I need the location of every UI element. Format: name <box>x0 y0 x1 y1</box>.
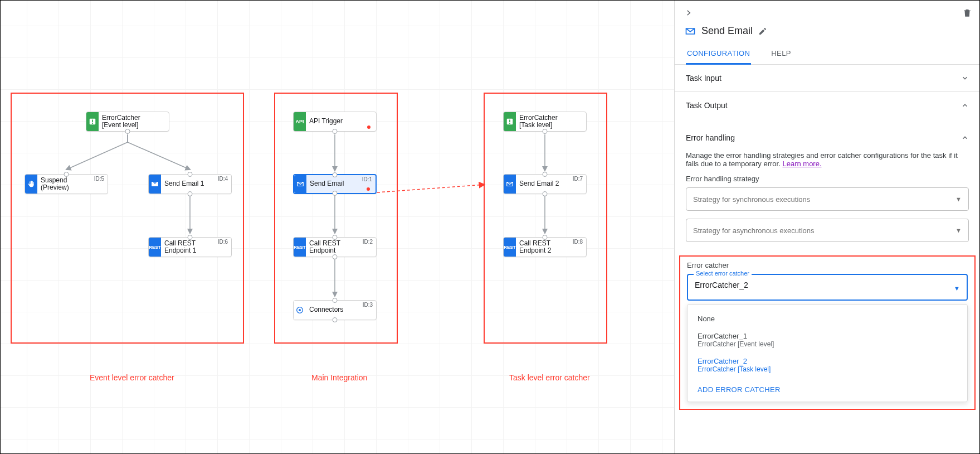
port-top[interactable] <box>543 172 548 177</box>
port-bottom[interactable] <box>543 191 548 196</box>
section-task-output[interactable]: Task Output <box>675 92 980 119</box>
node-connectors[interactable]: Connectors ID:3 <box>293 300 377 320</box>
dropdown-arrow-icon: ▼ <box>955 227 962 234</box>
dropdown-arrow-icon: ▼ <box>954 285 960 292</box>
learn-more-link[interactable]: Learn more. <box>782 160 821 168</box>
port-top[interactable] <box>64 172 69 177</box>
dropdown-option-2[interactable]: ErrorCatcher_2 <box>688 352 967 365</box>
section-task-input[interactable]: Task Input <box>675 65 980 92</box>
section-title: Error handling <box>686 133 735 142</box>
task-details-panel: Send Email CONFIGURATION HELP Task Input… <box>674 1 980 454</box>
port-top[interactable] <box>188 235 193 240</box>
mail-icon <box>149 175 161 194</box>
node-errorcatcher-event[interactable]: ErrorCatcher[Event level] <box>86 112 169 132</box>
section-title: Task Output <box>686 101 728 110</box>
node-id: ID:6 <box>218 239 228 245</box>
port-top[interactable] <box>333 172 338 177</box>
node-id: ID:2 <box>363 239 373 245</box>
select-placeholder: Strategy for synchronous executions <box>693 195 810 204</box>
error-indicator-icon <box>367 187 370 191</box>
port-top[interactable] <box>333 235 338 240</box>
add-error-catcher-button[interactable]: ADD ERROR CATCHER <box>688 378 967 396</box>
port-bottom[interactable] <box>543 129 548 134</box>
mail-icon <box>504 175 516 194</box>
dropdown-option-none[interactable]: None <box>688 310 967 327</box>
delete-icon[interactable] <box>962 8 972 18</box>
node-rest-endpoint-1[interactable]: REST Call RESTEndpoint 1 ID:6 <box>148 237 232 257</box>
error-icon <box>86 112 99 131</box>
node-id: ID:4 <box>218 176 228 182</box>
svg-rect-1 <box>92 120 93 123</box>
node-label: Send Email <box>310 180 344 187</box>
node-id: ID:8 <box>573 239 583 245</box>
node-sublabel: [Task level] <box>519 122 558 129</box>
port-bottom[interactable] <box>333 191 338 196</box>
node-suspend[interactable]: Suspend(Preview) ID:5 <box>25 174 108 194</box>
integration-canvas[interactable]: Event level error catcher Main Integrati… <box>1 1 674 454</box>
svg-rect-6 <box>509 120 510 123</box>
node-api-trigger[interactable]: API API Trigger <box>293 112 377 132</box>
port-bottom[interactable] <box>125 129 130 134</box>
port-top[interactable] <box>333 298 338 303</box>
edit-icon[interactable] <box>758 27 767 36</box>
dropdown-option-1[interactable]: ErrorCatcher_1 <box>688 327 967 340</box>
sync-strategy-select[interactable]: Strategy for synchronous executions▼ <box>686 187 969 211</box>
async-strategy-select[interactable]: Strategy for asynchronous executions▼ <box>686 219 969 242</box>
connectors-icon <box>294 301 306 320</box>
port-top[interactable] <box>188 172 193 177</box>
dropdown-option-2-sub[interactable]: ErrorCatcher [Task level] <box>688 365 967 378</box>
node-errorcatcher-task[interactable]: ErrorCatcher[Task level] <box>503 112 587 132</box>
node-id: ID:3 <box>363 302 373 308</box>
node-send-email[interactable]: Send Email ID:1 <box>293 174 377 194</box>
tab-help[interactable]: HELP <box>770 44 792 64</box>
node-send-email-1[interactable]: Send Email 1 ID:4 <box>148 174 232 194</box>
rest-icon: REST <box>149 238 161 257</box>
node-sublabel: Endpoint 1 <box>164 247 196 254</box>
port-bottom[interactable] <box>333 254 338 259</box>
rest-icon: REST <box>504 238 516 257</box>
zone-label-event: Event level error catcher <box>90 373 174 382</box>
error-icon <box>504 112 516 131</box>
zone-label-task: Task level error catcher <box>509 373 590 382</box>
node-label: API Trigger <box>309 118 343 125</box>
zone-label-main: Main Integration <box>311 373 367 382</box>
node-id: ID:7 <box>573 176 583 182</box>
node-label: Send Email 2 <box>519 180 559 187</box>
dropdown-arrow-icon: ▼ <box>955 196 962 202</box>
node-rest-endpoint[interactable]: REST Call RESTEndpoint ID:2 <box>293 237 377 257</box>
hand-icon <box>25 175 37 194</box>
rest-icon: REST <box>294 238 306 257</box>
error-catcher-zone: Error catcher Select error catcher Error… <box>679 255 976 410</box>
chevron-up-icon <box>961 102 969 109</box>
node-send-email-2[interactable]: Send Email 2 ID:7 <box>503 174 587 194</box>
select-floating-label: Select error catcher <box>694 270 752 277</box>
select-placeholder: Strategy for asynchronous executions <box>693 226 815 235</box>
collapse-icon[interactable] <box>682 7 695 19</box>
error-handling-description: Manage the error handling strategies and… <box>686 151 958 168</box>
node-rest-endpoint-2[interactable]: REST Call RESTEndpoint 2 ID:8 <box>503 237 587 257</box>
section-error-handling[interactable]: Error handling <box>675 119 980 151</box>
svg-rect-2 <box>92 123 93 124</box>
port-bottom[interactable] <box>333 129 338 134</box>
port-bottom[interactable] <box>188 191 193 196</box>
api-icon: API <box>294 112 306 131</box>
chevron-up-icon <box>961 134 969 142</box>
section-title: Task Input <box>686 74 721 83</box>
chevron-down-icon <box>961 74 969 82</box>
tab-configuration[interactable]: CONFIGURATION <box>686 44 751 65</box>
select-value: ErrorCatcher_2 <box>695 281 748 289</box>
node-sublabel: [Event level] <box>102 122 140 129</box>
port-top[interactable] <box>543 235 548 240</box>
node-sublabel: Endpoint <box>309 247 340 254</box>
dropdown-option-1-sub[interactable]: ErrorCatcher [Event level] <box>688 340 967 352</box>
port-bottom[interactable] <box>333 317 338 322</box>
mail-icon <box>685 26 696 37</box>
error-catcher-dropdown: None ErrorCatcher_1 ErrorCatcher [Event … <box>687 304 968 402</box>
svg-point-4 <box>299 309 301 311</box>
error-indicator-icon <box>367 125 370 129</box>
node-id: ID:1 <box>362 176 372 182</box>
strategy-label: Error handling strategy <box>686 175 969 183</box>
panel-title: Send Email <box>701 25 753 37</box>
error-catcher-select[interactable]: Select error catcher ErrorCatcher_2 ▼ <box>687 274 968 301</box>
error-catcher-label: Error catcher <box>687 261 968 269</box>
